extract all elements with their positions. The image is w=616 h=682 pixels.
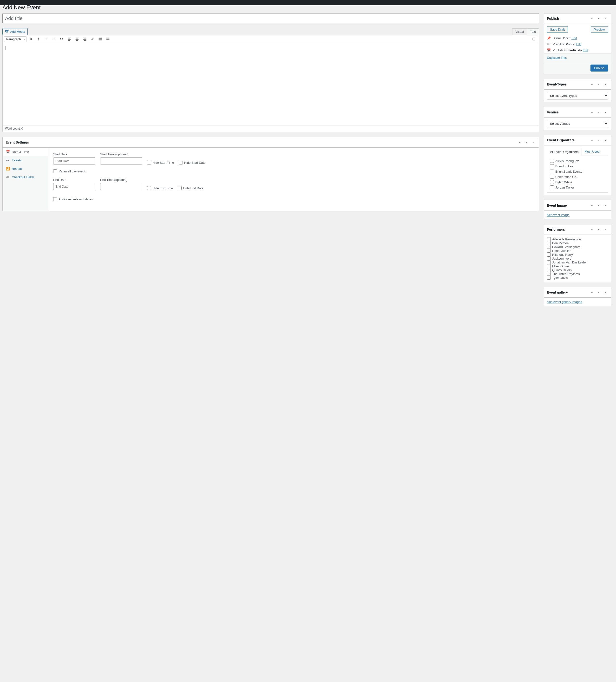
add-media-button[interactable]: Add Media <box>2 28 28 35</box>
chevron-up-icon[interactable] <box>589 290 595 295</box>
chevron-up-icon[interactable] <box>517 140 522 145</box>
event-settings-title: Event Settings <box>5 140 29 144</box>
performers-metabox: Performers Adelaide KensingtonBen McGeeE… <box>544 224 611 282</box>
publish-metabox: Publish Save Draft Preview 📌 Status: Dr <box>544 13 611 74</box>
event-types-select[interactable]: Select Event-Types <box>547 92 608 99</box>
tag-icon: 🏷 <box>6 175 10 179</box>
toolbar-toggle-button[interactable] <box>105 36 111 42</box>
editor-content[interactable] <box>3 43 539 125</box>
chevron-up-icon[interactable] <box>589 16 595 21</box>
chevron-up-icon[interactable] <box>589 137 595 143</box>
performer-item[interactable]: Jackson Ivory <box>547 256 608 260</box>
chevron-up-icon[interactable] <box>589 203 595 208</box>
collapse-icon[interactable] <box>603 137 608 143</box>
repeat-icon: 🔁 <box>6 167 10 170</box>
collapse-icon[interactable] <box>603 203 608 208</box>
ul-button[interactable] <box>43 36 50 42</box>
title-input[interactable] <box>2 13 539 23</box>
additional-dates-checkbox[interactable]: Additional relevant dates <box>53 197 93 201</box>
save-draft-button[interactable]: Save Draft <box>547 26 568 33</box>
organizer-item[interactable]: BrightSpark Events <box>550 169 605 174</box>
end-date-label: End Date <box>53 178 95 182</box>
calendar-icon: 📅 <box>547 48 551 52</box>
organizer-item[interactable]: Celebration Co. <box>550 174 605 179</box>
add-gallery-images-link[interactable]: Add event gallery images <box>547 300 582 304</box>
preview-button[interactable]: Preview <box>591 26 608 33</box>
chevron-down-icon[interactable] <box>596 290 601 295</box>
organizer-item[interactable]: Dylan White <box>550 179 605 185</box>
collapse-icon[interactable] <box>530 140 536 145</box>
visual-tab[interactable]: Visual <box>512 28 527 35</box>
end-date-input[interactable] <box>53 183 95 190</box>
performer-item[interactable]: Jonathan Van Der Leiden <box>547 260 608 264</box>
venues-select[interactable]: Select Venues <box>547 120 608 128</box>
set-event-image-link[interactable]: Set event image <box>547 213 570 217</box>
tab-repeat[interactable]: 🔁 Repeat <box>3 164 48 173</box>
start-date-input[interactable] <box>53 158 95 164</box>
hide-end-date-checkbox[interactable]: Hide End Date <box>178 186 204 190</box>
chevron-down-icon[interactable] <box>596 137 601 143</box>
collapse-icon[interactable] <box>603 82 608 87</box>
paragraph-select[interactable]: Paragraph <box>4 36 26 42</box>
align-center-button[interactable] <box>74 36 81 42</box>
publish-button[interactable]: Publish <box>591 65 608 71</box>
chevron-up-icon[interactable] <box>589 82 595 87</box>
end-time-label: End Time (optional) <box>100 178 142 182</box>
collapse-icon[interactable] <box>603 110 608 115</box>
organizer-item[interactable]: Jordan Taylor <box>550 185 605 190</box>
text-tab[interactable]: Text <box>527 28 539 35</box>
organizer-item[interactable]: Brandon Lee <box>550 163 605 169</box>
performer-item[interactable]: Hans Mueller <box>547 249 608 253</box>
align-right-button[interactable] <box>82 36 88 42</box>
collapse-icon[interactable] <box>603 227 608 232</box>
start-time-input[interactable] <box>100 158 142 164</box>
edit-publish-link[interactable]: Edit <box>583 48 588 52</box>
chevron-down-icon[interactable] <box>596 82 601 87</box>
organizers-all-tab[interactable]: All Event Organizers <box>547 148 582 156</box>
chevron-down-icon[interactable] <box>596 110 601 115</box>
duplicate-link[interactable]: Duplicate This <box>547 56 567 60</box>
ticket-icon: 🎟 <box>6 158 10 162</box>
hide-start-time-checkbox[interactable]: Hide Start Time <box>147 161 174 164</box>
event-settings-metabox: Event Settings 📅 Date & Time <box>2 137 539 211</box>
ol-button[interactable] <box>50 36 57 42</box>
organizers-metabox: Event Organizers All Event Organizers Mo… <box>544 135 611 195</box>
chevron-up-icon[interactable] <box>589 110 595 115</box>
performer-item[interactable]: Edward Sterlingham <box>547 245 608 249</box>
chevron-down-icon[interactable] <box>596 16 601 21</box>
align-left-button[interactable] <box>66 36 73 42</box>
start-time-label: Start Time (optional) <box>100 153 142 156</box>
quote-button[interactable] <box>58 36 65 42</box>
performer-item[interactable]: Adelaide Kensington <box>547 237 608 241</box>
hide-start-date-checkbox[interactable]: Hide Start Date <box>179 161 206 164</box>
performer-item[interactable]: Tyler Davis <box>547 276 608 279</box>
chevron-down-icon[interactable] <box>596 227 601 232</box>
tab-checkout-fields[interactable]: 🏷 Checkout Fields <box>3 173 48 181</box>
chevron-down-icon[interactable] <box>524 140 529 145</box>
organizers-mostused-tab[interactable]: Most Used <box>582 148 602 156</box>
fullscreen-button[interactable] <box>530 36 537 42</box>
performer-item[interactable]: Hilarious Harry <box>547 253 608 256</box>
tab-date-time[interactable]: 📅 Date & Time <box>3 147 48 156</box>
performer-item[interactable]: Ben McGee <box>547 241 608 245</box>
collapse-icon[interactable] <box>603 16 608 21</box>
calendar-icon: 📅 <box>6 150 10 154</box>
performer-item[interactable]: Quincy Rivers <box>547 268 608 272</box>
start-date-label: Start Date <box>53 153 95 156</box>
edit-visibility-link[interactable]: Edit <box>576 42 581 46</box>
readmore-button[interactable] <box>97 36 104 42</box>
end-time-input[interactable] <box>100 183 142 190</box>
performer-item[interactable]: The Three Rhythms <box>547 272 608 276</box>
bold-button[interactable] <box>27 36 34 42</box>
link-button[interactable] <box>89 36 96 42</box>
all-day-checkbox[interactable]: It's an all day event <box>53 169 85 173</box>
performer-item[interactable]: Miles Grove <box>547 264 608 268</box>
tab-tickets[interactable]: 🎟 Tickets <box>3 156 48 164</box>
hide-end-time-checkbox[interactable]: Hide End Time <box>147 186 173 190</box>
edit-status-link[interactable]: Edit <box>571 36 577 40</box>
chevron-up-icon[interactable] <box>589 227 595 232</box>
italic-button[interactable] <box>35 36 42 42</box>
collapse-icon[interactable] <box>603 290 608 295</box>
organizer-item[interactable]: Alexis Rodriguez <box>550 158 605 163</box>
chevron-down-icon[interactable] <box>596 203 601 208</box>
